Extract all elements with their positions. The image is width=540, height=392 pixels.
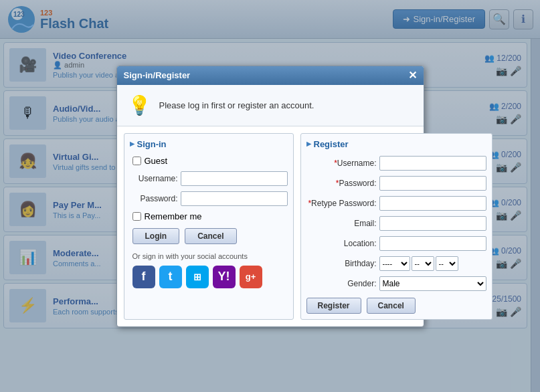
birthday-selects: ---- -- -- [379, 256, 458, 271]
reg-username-input[interactable] [379, 156, 486, 171]
twitter-signin-button[interactable]: t [159, 266, 182, 288]
signin-panel: Sign-in Guest Username: Password: Rememb… [124, 133, 294, 320]
dialog-title: Sign-in/Register [124, 70, 191, 80]
guest-row: Guest [132, 156, 288, 166]
reg-location-label: Location: [306, 239, 377, 248]
guest-checkbox[interactable] [132, 157, 141, 165]
login-button[interactable]: Login [132, 228, 180, 244]
username-input[interactable] [181, 171, 288, 186]
reg-password-label: *Password: [306, 179, 377, 188]
reg-retype-label: *Retype Password: [306, 199, 377, 208]
register-button[interactable]: Register [306, 298, 361, 314]
remember-row: Remember me [132, 211, 288, 221]
gender-select[interactable]: Male Female [379, 276, 486, 291]
yahoo-signin-button[interactable]: Y! [213, 266, 236, 288]
password-input[interactable] [181, 191, 288, 206]
signin-section-title: Sign-in [130, 139, 288, 149]
reg-gender-row: Gender: Male Female [306, 276, 486, 291]
birthday-month-select[interactable]: -- [412, 256, 434, 271]
birthday-day-select[interactable]: -- [436, 256, 458, 271]
reg-password-input[interactable] [379, 176, 486, 191]
windows-signin-button[interactable]: ⊞ [186, 266, 209, 288]
register-btn-row: Register Cancel [306, 298, 486, 314]
dialog-header-text: Please log in first or register an accou… [159, 100, 314, 110]
dialog-body: Sign-in Guest Username: Password: Rememb… [117, 126, 424, 326]
social-text: Or sign in with your social accounts [132, 252, 288, 260]
reg-location-row: Location: [306, 236, 486, 251]
login-btn-row: Login Cancel [132, 228, 288, 244]
lightbulb-icon: 💡 [128, 94, 151, 116]
username-row: Username: [130, 171, 288, 186]
reg-username-row: *Username: [306, 156, 486, 171]
reg-email-label: Email: [306, 219, 377, 228]
facebook-signin-button[interactable]: f [132, 266, 155, 288]
modal-overlay: Sign-in/Register ✕ 💡 Please log in first… [0, 0, 540, 392]
remember-checkbox[interactable] [132, 212, 141, 221]
reg-email-row: Email: [306, 216, 486, 231]
remember-label: Remember me [145, 211, 202, 221]
register-section-title: Register [306, 139, 486, 149]
dialog-header: 💡 Please log in first or register an acc… [117, 85, 424, 126]
reg-cancel-button[interactable]: Cancel [367, 298, 416, 314]
reg-username-label: *Username: [306, 159, 377, 168]
dialog-titlebar: Sign-in/Register ✕ [117, 66, 424, 85]
birthday-year-select[interactable]: ---- [379, 256, 410, 271]
username-label: Username: [130, 174, 178, 183]
password-row: Password: [130, 191, 288, 206]
signin-register-dialog: Sign-in/Register ✕ 💡 Please log in first… [116, 66, 424, 327]
reg-retype-input[interactable] [379, 196, 486, 211]
reg-password-row: *Password: [306, 176, 486, 191]
dialog-close-button[interactable]: ✕ [408, 70, 417, 81]
reg-retype-row: *Retype Password: [306, 196, 486, 211]
social-icons-row: f t ⊞ Y! g+ [132, 266, 288, 288]
reg-email-input[interactable] [379, 216, 486, 231]
cancel-button[interactable]: Cancel [185, 228, 236, 244]
guest-label: Guest [145, 156, 168, 166]
reg-birthday-label: Birthday: [306, 259, 377, 268]
register-panel: Register *Username: *Password: *Retype P… [300, 133, 492, 320]
password-label: Password: [130, 194, 178, 203]
google-signin-button[interactable]: g+ [240, 266, 262, 288]
reg-location-input[interactable] [379, 236, 486, 251]
reg-birthday-row: Birthday: ---- -- -- [306, 256, 486, 271]
reg-gender-label: Gender: [306, 279, 377, 288]
